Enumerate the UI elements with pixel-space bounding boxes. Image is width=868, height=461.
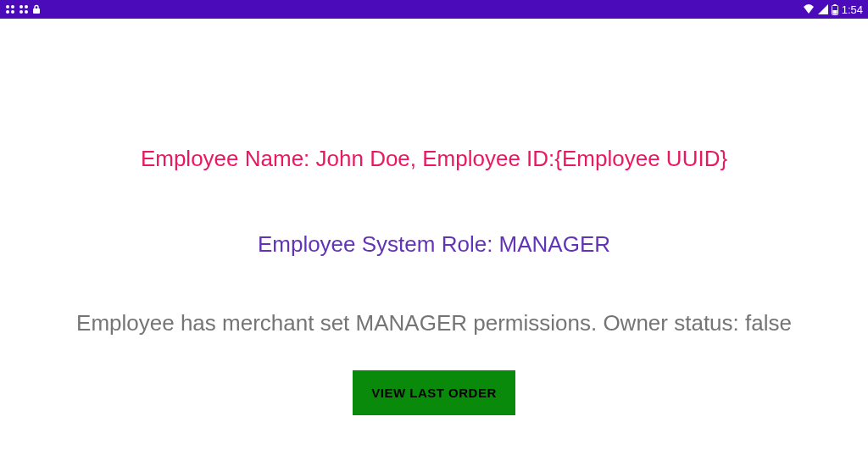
status-clock: 1:54 [842,3,863,16]
svg-point-1 [11,5,14,8]
svg-point-5 [25,5,28,8]
status-right-icons: 1:54 [803,3,863,16]
svg-rect-11 [832,10,837,14]
main-content: Employee Name: John Doe, Employee ID:{Em… [0,19,868,415]
signal-icon [818,4,828,14]
status-left-icons [5,4,41,14]
svg-point-0 [6,5,9,8]
app-icon-2 [19,4,29,14]
app-icon-1 [5,4,15,14]
svg-point-2 [6,10,9,14]
svg-point-7 [25,10,28,14]
svg-point-3 [11,10,14,14]
view-last-order-button[interactable]: VIEW LAST ORDER [353,370,515,415]
employee-permissions-line: Employee has merchant set MANAGER permis… [76,310,792,336]
status-bar: 1:54 [0,0,868,19]
wifi-icon [803,4,815,14]
employee-name-line: Employee Name: John Doe, Employee ID:{Em… [141,146,727,172]
svg-point-6 [19,10,23,14]
svg-rect-8 [33,8,40,14]
lock-icon [32,4,41,14]
battery-icon [832,4,838,15]
svg-point-4 [19,5,23,8]
employee-role-line: Employee System Role: MANAGER [258,231,610,258]
